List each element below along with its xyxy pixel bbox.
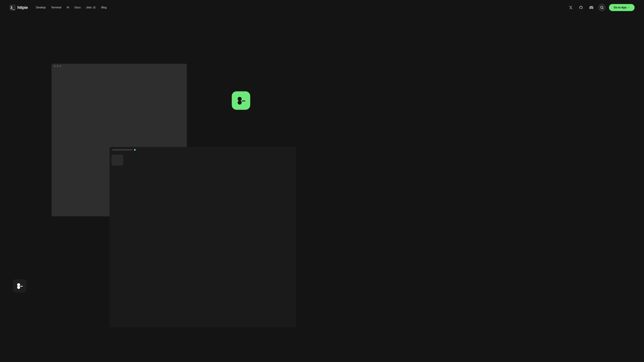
discord-icon[interactable] — [588, 4, 595, 11]
svg-point-3 — [17, 283, 20, 286]
github-icon[interactable] — [578, 4, 584, 11]
svg-rect-5 — [20, 286, 23, 287]
nav-link-desktop[interactable]: Desktop — [36, 6, 46, 9]
terminal-body — [110, 153, 296, 168]
svg-text:3_: 3_ — [10, 6, 15, 10]
nav-link-jobs[interactable]: Jobs 5 — [86, 6, 96, 9]
nav-link-ai[interactable]: AI — [66, 6, 69, 9]
terminal-window — [110, 147, 296, 327]
window-titlebar — [52, 64, 187, 69]
navbar: 3_ httpie Desktop Terminal AI Docs Jobs … — [0, 0, 644, 15]
svg-rect-8 — [242, 100, 245, 101]
traffic-dot-1 — [54, 65, 56, 67]
svg-point-6 — [238, 97, 242, 101]
nav-link-blog[interactable]: Blog — [101, 6, 107, 9]
traffic-dot-2 — [57, 65, 58, 67]
terminal-content-block — [112, 155, 123, 166]
httpie-logo-icon: 3_ — [10, 4, 16, 11]
terminal-status-dot — [134, 149, 136, 151]
search-button[interactable] — [598, 4, 606, 11]
httpie-logo-large-svg — [235, 95, 247, 106]
logo[interactable]: 3_ httpie — [10, 4, 28, 11]
svg-point-7 — [238, 100, 242, 105]
svg-point-4 — [17, 286, 20, 289]
go-to-app-button[interactable]: Go to App → — [609, 4, 634, 11]
httpie-icon-large — [232, 91, 250, 110]
logo-text: httpie — [18, 5, 28, 10]
main-content — [0, 15, 644, 362]
terminal-titlebar — [110, 147, 296, 153]
nav-link-docs[interactable]: Docs — [74, 6, 80, 9]
nav-links: Desktop Terminal AI Docs Jobs 5 Blog — [36, 6, 107, 9]
terminal-address-bar — [112, 149, 132, 150]
nav-link-terminal[interactable]: Terminal — [51, 6, 61, 9]
twitter-icon[interactable] — [567, 4, 574, 11]
httpie-icon-small — [13, 279, 26, 293]
navbar-right: Go to App → — [567, 4, 634, 11]
jobs-badge: 5 — [93, 6, 96, 9]
navbar-left: 3_ httpie Desktop Terminal AI Docs Jobs … — [10, 4, 107, 11]
traffic-dot-3 — [60, 65, 61, 67]
httpie-logo-small-svg — [15, 282, 24, 290]
